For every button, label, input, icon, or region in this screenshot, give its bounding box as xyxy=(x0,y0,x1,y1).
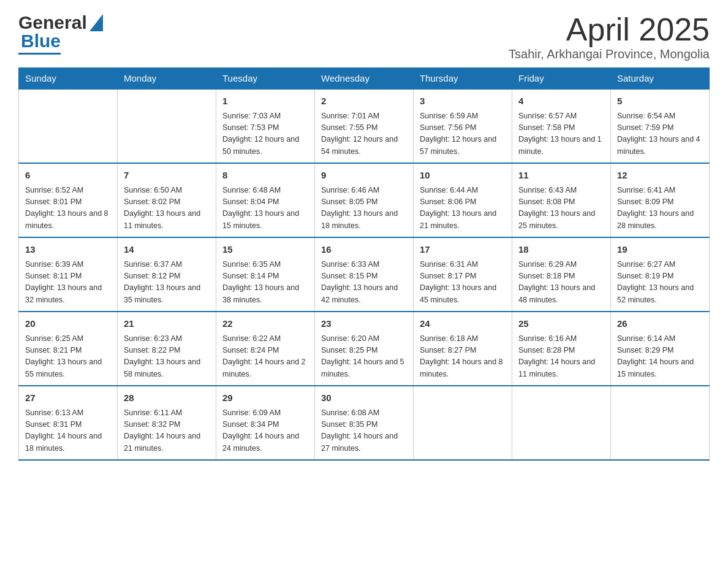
calendar-week-row: 1Sunrise: 7:03 AMSunset: 7:53 PMDaylight… xyxy=(19,89,710,163)
day-info: Sunrise: 6:33 AMSunset: 8:15 PMDaylight:… xyxy=(321,259,407,307)
calendar-day-cell: 30Sunrise: 6:08 AMSunset: 8:35 PMDayligh… xyxy=(315,386,414,460)
calendar-day-cell xyxy=(611,386,710,460)
calendar-day-cell: 28Sunrise: 6:11 AMSunset: 8:32 PMDayligh… xyxy=(118,386,216,460)
day-info: Sunrise: 6:22 AMSunset: 8:24 PMDaylight:… xyxy=(222,333,308,381)
calendar-day-cell xyxy=(19,89,118,163)
calendar-day-cell: 11Sunrise: 6:43 AMSunset: 8:08 PMDayligh… xyxy=(512,163,611,237)
day-number: 3 xyxy=(420,94,506,109)
day-number: 5 xyxy=(617,94,703,109)
day-info: Sunrise: 6:25 AMSunset: 8:21 PMDaylight:… xyxy=(25,333,111,381)
calendar-day-cell: 15Sunrise: 6:35 AMSunset: 8:14 PMDayligh… xyxy=(216,237,315,312)
day-info: Sunrise: 6:13 AMSunset: 8:31 PMDaylight:… xyxy=(25,407,111,455)
day-info: Sunrise: 6:35 AMSunset: 8:14 PMDaylight:… xyxy=(222,259,308,307)
calendar-table: SundayMondayTuesdayWednesdayThursdayFrid… xyxy=(18,67,710,461)
calendar-day-cell: 21Sunrise: 6:23 AMSunset: 8:22 PMDayligh… xyxy=(118,312,216,386)
logo-blue: Blue xyxy=(21,31,61,51)
day-info: Sunrise: 7:03 AMSunset: 7:53 PMDaylight:… xyxy=(222,110,308,158)
calendar-day-cell: 13Sunrise: 6:39 AMSunset: 8:11 PMDayligh… xyxy=(19,237,118,312)
calendar-week-row: 13Sunrise: 6:39 AMSunset: 8:11 PMDayligh… xyxy=(19,237,710,312)
day-info: Sunrise: 6:52 AMSunset: 8:01 PMDaylight:… xyxy=(25,185,111,232)
day-number: 13 xyxy=(25,243,111,257)
calendar-header-friday: Friday xyxy=(512,68,611,90)
svg-marker-0 xyxy=(89,14,103,31)
calendar-day-cell: 17Sunrise: 6:31 AMSunset: 8:17 PMDayligh… xyxy=(414,237,512,312)
day-info: Sunrise: 6:08 AMSunset: 8:35 PMDaylight:… xyxy=(321,407,407,455)
calendar-day-cell: 6Sunrise: 6:52 AMSunset: 8:01 PMDaylight… xyxy=(19,163,118,237)
logo-triangle-icon xyxy=(89,14,103,31)
calendar-day-cell: 24Sunrise: 6:18 AMSunset: 8:27 PMDayligh… xyxy=(414,312,512,386)
calendar-day-cell: 25Sunrise: 6:16 AMSunset: 8:28 PMDayligh… xyxy=(512,312,611,386)
day-info: Sunrise: 6:59 AMSunset: 7:56 PMDaylight:… xyxy=(420,110,506,158)
calendar-day-cell: 1Sunrise: 7:03 AMSunset: 7:53 PMDaylight… xyxy=(216,89,315,163)
calendar-day-cell xyxy=(414,386,512,460)
month-title: April 2025 xyxy=(509,12,710,47)
calendar-day-cell: 5Sunrise: 6:54 AMSunset: 7:59 PMDaylight… xyxy=(611,89,710,163)
day-info: Sunrise: 6:57 AMSunset: 7:58 PMDaylight:… xyxy=(518,110,604,158)
day-info: Sunrise: 6:27 AMSunset: 8:19 PMDaylight:… xyxy=(617,259,703,307)
day-number: 16 xyxy=(321,243,407,257)
page-header: General Blue April 2025 Tsahir, Arkhanga… xyxy=(18,12,710,61)
day-info: Sunrise: 6:44 AMSunset: 8:06 PMDaylight:… xyxy=(420,185,506,232)
day-number: 24 xyxy=(420,317,506,331)
calendar-day-cell: 14Sunrise: 6:37 AMSunset: 8:12 PMDayligh… xyxy=(118,237,216,312)
day-info: Sunrise: 6:43 AMSunset: 8:08 PMDaylight:… xyxy=(518,185,604,232)
calendar-header-monday: Monday xyxy=(118,68,216,90)
calendar-day-cell: 22Sunrise: 6:22 AMSunset: 8:24 PMDayligh… xyxy=(216,312,315,386)
day-number: 23 xyxy=(321,317,407,331)
day-number: 8 xyxy=(222,169,308,183)
calendar-header-wednesday: Wednesday xyxy=(315,68,414,90)
day-info: Sunrise: 7:01 AMSunset: 7:55 PMDaylight:… xyxy=(321,110,407,158)
location-title: Tsahir, Arkhangai Province, Mongolia xyxy=(509,47,710,61)
calendar-day-cell xyxy=(512,386,611,460)
calendar-header-saturday: Saturday xyxy=(611,68,710,90)
calendar-day-cell: 29Sunrise: 6:09 AMSunset: 8:34 PMDayligh… xyxy=(216,386,315,460)
day-info: Sunrise: 6:39 AMSunset: 8:11 PMDaylight:… xyxy=(25,259,111,307)
calendar-day-cell: 3Sunrise: 6:59 AMSunset: 7:56 PMDaylight… xyxy=(414,89,512,163)
calendar-day-cell: 16Sunrise: 6:33 AMSunset: 8:15 PMDayligh… xyxy=(315,237,414,312)
day-info: Sunrise: 6:54 AMSunset: 7:59 PMDaylight:… xyxy=(617,110,703,158)
day-info: Sunrise: 6:16 AMSunset: 8:28 PMDaylight:… xyxy=(518,333,604,381)
calendar-header-tuesday: Tuesday xyxy=(216,68,315,90)
day-info: Sunrise: 6:23 AMSunset: 8:22 PMDaylight:… xyxy=(124,333,210,381)
day-info: Sunrise: 6:14 AMSunset: 8:29 PMDaylight:… xyxy=(617,333,703,381)
day-number: 4 xyxy=(518,94,604,109)
day-info: Sunrise: 6:41 AMSunset: 8:09 PMDaylight:… xyxy=(617,185,703,232)
day-number: 9 xyxy=(321,169,407,183)
day-number: 18 xyxy=(518,243,604,257)
day-number: 25 xyxy=(518,317,604,331)
day-info: Sunrise: 6:37 AMSunset: 8:12 PMDaylight:… xyxy=(124,259,210,307)
calendar-day-cell: 26Sunrise: 6:14 AMSunset: 8:29 PMDayligh… xyxy=(611,312,710,386)
day-number: 30 xyxy=(321,391,407,405)
day-info: Sunrise: 6:11 AMSunset: 8:32 PMDaylight:… xyxy=(124,407,210,455)
calendar-day-cell: 18Sunrise: 6:29 AMSunset: 8:18 PMDayligh… xyxy=(512,237,611,312)
day-number: 21 xyxy=(124,317,210,331)
day-number: 28 xyxy=(124,391,210,405)
calendar-day-cell: 4Sunrise: 6:57 AMSunset: 7:58 PMDaylight… xyxy=(512,89,611,163)
day-number: 15 xyxy=(222,243,308,257)
calendar-day-cell: 19Sunrise: 6:27 AMSunset: 8:19 PMDayligh… xyxy=(611,237,710,312)
calendar-week-row: 27Sunrise: 6:13 AMSunset: 8:31 PMDayligh… xyxy=(19,386,710,460)
calendar-day-cell: 23Sunrise: 6:20 AMSunset: 8:25 PMDayligh… xyxy=(315,312,414,386)
day-number: 20 xyxy=(25,317,111,331)
day-info: Sunrise: 6:20 AMSunset: 8:25 PMDaylight:… xyxy=(321,333,407,381)
day-number: 6 xyxy=(25,169,111,183)
calendar-header-sunday: Sunday xyxy=(19,68,118,90)
day-number: 19 xyxy=(617,243,703,257)
day-number: 17 xyxy=(420,243,506,257)
calendar-day-cell: 20Sunrise: 6:25 AMSunset: 8:21 PMDayligh… xyxy=(19,312,118,386)
day-number: 29 xyxy=(222,391,308,405)
calendar-day-cell: 9Sunrise: 6:46 AMSunset: 8:05 PMDaylight… xyxy=(315,163,414,237)
calendar-header-thursday: Thursday xyxy=(414,68,512,90)
day-info: Sunrise: 6:29 AMSunset: 8:18 PMDaylight:… xyxy=(518,259,604,307)
calendar-week-row: 6Sunrise: 6:52 AMSunset: 8:01 PMDaylight… xyxy=(19,163,710,237)
day-info: Sunrise: 6:50 AMSunset: 8:02 PMDaylight:… xyxy=(124,185,210,232)
day-number: 12 xyxy=(617,169,703,183)
calendar-day-cell: 12Sunrise: 6:41 AMSunset: 8:09 PMDayligh… xyxy=(611,163,710,237)
calendar-day-cell: 8Sunrise: 6:48 AMSunset: 8:04 PMDaylight… xyxy=(216,163,315,237)
day-number: 11 xyxy=(518,169,604,183)
day-number: 26 xyxy=(617,317,703,331)
day-number: 7 xyxy=(124,169,210,183)
day-info: Sunrise: 6:18 AMSunset: 8:27 PMDaylight:… xyxy=(420,333,506,381)
logo: General Blue xyxy=(18,12,103,55)
day-number: 22 xyxy=(222,317,308,331)
